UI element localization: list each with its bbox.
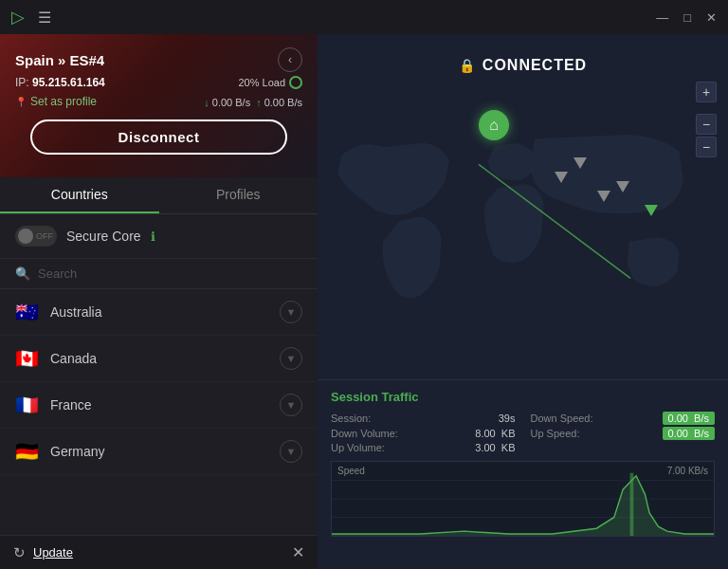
- disconnect-button[interactable]: Disconnect: [30, 119, 287, 155]
- tab-bar: Countries Profiles: [0, 177, 318, 214]
- up-volume-label: Up Volume:: [331, 442, 385, 453]
- session-label: Session:: [331, 413, 371, 424]
- secure-core-label: Secure Core: [66, 229, 141, 244]
- country-item-france[interactable]: 🇫🇷 France ▼: [0, 382, 318, 429]
- up-speed-row: Up Speed: 0.00 B/s: [531, 427, 716, 440]
- country-name-canada: Canada: [50, 351, 97, 366]
- secure-core-row: OFF Secure Core ℹ: [0, 214, 318, 259]
- map-marker-destination: [645, 205, 658, 216]
- traffic-title: Session Traffic: [331, 390, 715, 404]
- zoom-out2-button[interactable]: −: [696, 137, 717, 157]
- map-marker-1: [573, 157, 587, 169]
- marker-triangle-4: [597, 191, 610, 202]
- map-controls: + − −: [696, 82, 717, 157]
- upload-speed: ↑ 0.00 B/s: [256, 97, 302, 108]
- update-left: ↻ Update: [13, 544, 73, 561]
- down-speed-value: 0.00 B/s: [663, 412, 715, 425]
- down-volume-value: 8.00 KB: [475, 428, 515, 439]
- chevron-germany[interactable]: ▼: [280, 440, 302, 463]
- load-text: 20% Load: [238, 76, 302, 89]
- secure-core-toggle[interactable]: OFF: [15, 226, 57, 247]
- connected-status: CONNECTED: [482, 57, 587, 74]
- set-as-profile-link[interactable]: Set as profile: [15, 95, 97, 108]
- download-speed: ↓ 0.00 B/s: [204, 97, 250, 108]
- traffic-panel: Session Traffic Session: 39s Down Speed:…: [318, 379, 728, 569]
- svg-marker-4: [332, 476, 714, 536]
- menu-icon[interactable]: ☰: [38, 9, 51, 27]
- map-marker-3: [645, 205, 658, 216]
- flag-australia: 🇦🇺: [15, 301, 39, 323]
- download-icon: ↓: [204, 97, 209, 108]
- country-name-germany: Germany: [50, 444, 105, 459]
- chevron-france[interactable]: ▼: [280, 394, 302, 416]
- speed-row: ↓ 0.00 B/s ↑ 0.00 B/s: [204, 97, 302, 108]
- country-item-canada[interactable]: 🇨🇦 Canada ▼: [0, 336, 318, 382]
- country-left: 🇨🇦 Canada: [15, 347, 97, 370]
- marker-triangle-2: [616, 181, 629, 193]
- chevron-australia[interactable]: ▼: [280, 301, 302, 323]
- country-item-australia[interactable]: 🇦🇺 Australia ▼: [0, 289, 318, 336]
- back-button[interactable]: ‹: [278, 47, 302, 72]
- up-volume-value: 3.00 KB: [475, 442, 515, 453]
- tab-profiles[interactable]: Profiles: [159, 177, 318, 213]
- country-list: 🇦🇺 Australia ▼ 🇨🇦 Canada ▼ 🇫🇷 France: [0, 289, 318, 535]
- marker-triangle-1: [573, 157, 587, 169]
- session-value: 39s: [499, 413, 516, 424]
- update-bar: ↻ Update ✕: [0, 535, 318, 569]
- flag-canada: 🇨🇦: [15, 347, 39, 370]
- titlebar: ▷ ☰ — □ ✕: [0, 0, 728, 34]
- connected-banner: 🔒 CONNECTED: [318, 49, 728, 82]
- traffic-stats: Session: 39s Down Speed: 0.00 B/s Down V…: [331, 412, 715, 453]
- app-logo: ▷: [11, 7, 25, 28]
- chevron-canada[interactable]: ▼: [280, 347, 302, 370]
- toggle-off-label: OFF: [36, 231, 53, 241]
- maximize-button[interactable]: □: [683, 10, 691, 25]
- flag-germany: 🇩🇪: [15, 440, 39, 463]
- lock-icon: 🔒: [459, 58, 475, 73]
- close-update-icon[interactable]: ✕: [292, 543, 304, 561]
- zoom-out-button[interactable]: −: [696, 114, 717, 135]
- refresh-icon: ↻: [13, 544, 26, 561]
- map-marker-5: [555, 172, 568, 183]
- map-marker-2: [616, 181, 629, 193]
- left-panel: Spain » ES#4 ‹ IP: 95.215.61.164 20% Loa…: [0, 34, 318, 569]
- ip-text: IP: 95.215.61.164: [15, 76, 105, 89]
- toggle-knob: [18, 229, 33, 244]
- flag-france: 🇫🇷: [15, 394, 39, 416]
- minimize-button[interactable]: —: [656, 10, 668, 25]
- map-panel: 🔒 CONNECTED + − −: [318, 34, 728, 569]
- main-layout: Spain » ES#4 ‹ IP: 95.215.61.164 20% Loa…: [0, 34, 728, 569]
- country-left: 🇦🇺 Australia: [15, 301, 101, 323]
- connected-box: 🔒 CONNECTED: [436, 49, 610, 82]
- close-button[interactable]: ✕: [706, 10, 717, 25]
- zoom-in-button[interactable]: +: [696, 82, 717, 102]
- down-speed-label: Down Speed:: [531, 413, 593, 424]
- ip-row: IP: 95.215.61.164 20% Load: [15, 76, 302, 89]
- country-item-germany[interactable]: 🇩🇪 Germany ▼: [0, 429, 318, 475]
- up-speed-value: 0.00 B/s: [663, 427, 715, 440]
- info-icon[interactable]: ℹ: [151, 229, 155, 244]
- home-circle: ⌂: [479, 110, 509, 140]
- titlebar-right: — □ ✕: [656, 10, 717, 25]
- search-input[interactable]: [38, 266, 302, 281]
- up-volume-row: Up Volume: 3.00 KB: [331, 442, 516, 453]
- session-row: Session: 39s: [331, 412, 516, 425]
- titlebar-left: ▷ ☰: [11, 7, 51, 28]
- country-left: 🇫🇷 France: [15, 394, 92, 416]
- map-marker-4: [597, 191, 610, 202]
- search-row: 🔍: [0, 259, 318, 289]
- ip-address: 95.215.61.164: [32, 76, 105, 89]
- load-bar: [289, 76, 302, 89]
- search-icon: 🔍: [15, 266, 30, 281]
- down-volume-row: Down Volume: 8.00 KB: [331, 427, 516, 440]
- svg-rect-5: [630, 473, 634, 536]
- tab-countries[interactable]: Countries: [0, 177, 159, 213]
- down-speed-row: Down Speed: 0.00 B/s: [531, 412, 716, 425]
- country-name-france: France: [50, 397, 92, 413]
- server-info: Spain » ES#4 ‹: [15, 47, 302, 72]
- country-left: 🇩🇪 Germany: [15, 440, 105, 463]
- profile-row: Set as profile ↓ 0.00 B/s ↑ 0.00 B/s: [15, 95, 302, 108]
- marker-triangle-5: [555, 172, 568, 183]
- update-link[interactable]: Update: [33, 545, 73, 560]
- home-pin: ⌂: [479, 110, 509, 140]
